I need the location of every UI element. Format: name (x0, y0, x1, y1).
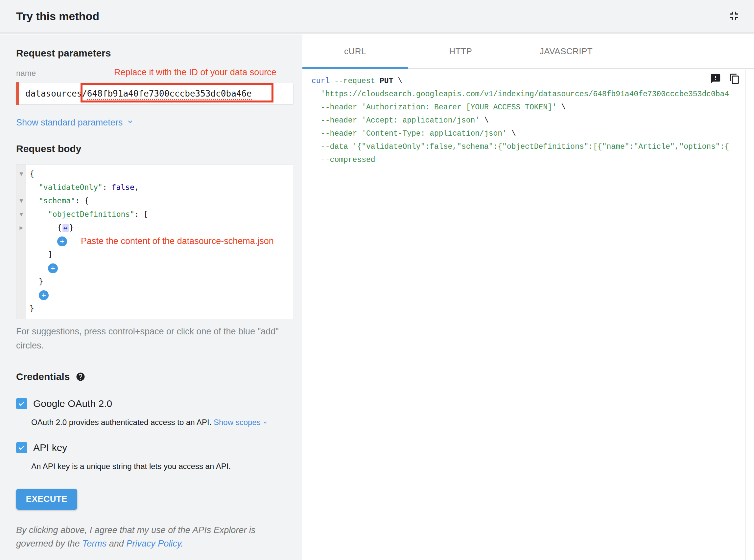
code-token: \ (507, 129, 516, 138)
editor-token: { (30, 167, 34, 181)
api-key-checkbox[interactable] (16, 442, 27, 453)
editor-line: ▼"objectDefinitions": [ (16, 207, 293, 221)
editor-token: } (39, 275, 43, 288)
credentials-heading: Credentials (16, 371, 70, 382)
feedback-button[interactable] (710, 73, 721, 85)
try-this-method-panel: Try this method Request parameters name … (0, 0, 754, 560)
disclaimer-text: . (181, 539, 183, 548)
oauth-label: Google OAuth 2.0 (33, 398, 112, 409)
privacy-policy-link[interactable]: Privacy Policy (126, 539, 181, 548)
feedback-icon (710, 73, 721, 85)
show-scopes-link[interactable]: Show scopes (214, 418, 269, 427)
name-annotation: Replace it with the ID of your data sour… (114, 67, 276, 78)
code-token: curl (312, 77, 334, 85)
fullscreen-exit-icon (727, 9, 741, 24)
editor-line: ] (16, 248, 293, 261)
code-token: \ (480, 116, 489, 125)
editor-line: + (16, 261, 293, 275)
gutter-cell (16, 248, 26, 261)
show-standard-parameters-label: Show standard parameters (16, 118, 122, 128)
add-field-button[interactable]: + (48, 263, 58, 273)
editor-line-content: "schema": { (26, 194, 89, 207)
request-parameters-heading: Request parameters (16, 47, 293, 59)
oauth-description: OAuth 2.0 provides authenticated access … (31, 418, 293, 428)
oauth-credential-row: Google OAuth 2.0 (16, 398, 293, 409)
gutter-cell (16, 288, 26, 302)
editor-token: "schema" (39, 194, 75, 207)
oauth-description-text: OAuth 2.0 provides authenticated access … (31, 418, 211, 427)
editor-line: } (16, 302, 293, 315)
curl-code-block: curl --request PUT \'https://cloudsearch… (312, 75, 746, 560)
editor-token: : (102, 181, 112, 194)
editor-token: "validateOnly" (39, 181, 102, 194)
credentials-heading-row: Credentials (16, 371, 293, 382)
code-token: --header 'Authorization: Bearer [YOUR_AC… (321, 103, 557, 112)
editor-line-content: } (26, 302, 34, 315)
request-body-editor[interactable]: ▼{"validateOnly": false,▼"schema": {▼"ob… (16, 164, 293, 319)
editor-line: +Paste the content of the datasource-sch… (16, 235, 293, 248)
scrollbar-track[interactable] (746, 70, 746, 560)
tab-javascript[interactable]: JAVASCRIPT (514, 35, 619, 68)
show-standard-parameters-link[interactable]: Show standard parameters (16, 117, 134, 128)
editor-line-content: { (26, 167, 34, 181)
terms-link[interactable]: Terms (82, 539, 107, 548)
datasource-id-wrap: 648fb91a40fe7300cccbe353dc0ba46e (87, 89, 252, 99)
code-token: --compressed (321, 156, 375, 164)
editor-token: } (69, 221, 74, 235)
collapse-panel-button[interactable] (727, 9, 741, 24)
suggestions-hint: For suggestions, press control+space or … (16, 324, 282, 353)
editor-line-content: "validateOnly": false, (26, 181, 139, 194)
editor-token: , (134, 181, 139, 194)
code-token: --header 'Content-Type: application/json… (321, 129, 507, 138)
editor-line-content: {↔} (26, 221, 74, 235)
editor-line-content: ] (26, 248, 53, 261)
editor-token: : { (75, 194, 89, 207)
api-key-credential-row: API key (16, 442, 293, 453)
code-token: \ (393, 77, 402, 85)
help-icon[interactable] (76, 372, 85, 382)
code-sample-panel: cURLHTTPJAVASCRIPT curl --request PUT \'… (303, 35, 754, 560)
editor-line-content: "objectDefinitions": [ (26, 207, 148, 221)
code-line: --header 'Authorization: Bearer [YOUR_AC… (312, 101, 746, 114)
execute-button[interactable]: EXECUTE (16, 489, 77, 510)
code-token: 'https://cloudsearch.googleapis.com/v1/i… (321, 90, 729, 99)
collapse-triangle-icon[interactable]: ▼ (16, 167, 26, 181)
name-input[interactable]: datasources/648fb91a40fe7300cccbe353dc0b… (16, 83, 293, 104)
editor-token: "objectDefinitions" (48, 207, 134, 221)
editor-line: "validateOnly": false, (16, 181, 293, 194)
gutter-cell (16, 302, 26, 315)
editor-annotation: Paste the content of the datasource-sche… (81, 235, 274, 248)
code-line: curl --request PUT \ (312, 75, 746, 88)
collapse-triangle-icon[interactable]: ▼ (16, 194, 26, 207)
api-key-description: An API key is a unique string that lets … (31, 462, 293, 471)
editor-token: { (57, 221, 62, 235)
chevron-down-icon (262, 418, 269, 427)
page-title: Try this method (16, 10, 99, 23)
editor-line-content: + (26, 288, 49, 302)
name-field-row: name Replace it with the ID of your data… (16, 67, 293, 79)
copy-code-button[interactable] (729, 73, 740, 85)
code-token: --header 'Accept: application/json' (321, 116, 480, 125)
gutter-cell (16, 261, 26, 275)
gutter-cell (16, 181, 26, 194)
code-actions (710, 73, 740, 85)
editor-line: ▼"schema": { (16, 194, 293, 207)
oauth-checkbox[interactable] (16, 398, 27, 409)
collapse-triangle-icon[interactable]: ▼ (16, 207, 26, 221)
name-input-prefix: datasources/ (25, 89, 87, 99)
editor-line: } (16, 275, 293, 288)
editor-token: : [ (134, 207, 148, 221)
gutter-cell (16, 235, 26, 248)
tab-http[interactable]: HTTP (408, 35, 514, 68)
editor-line: + (16, 288, 293, 302)
curl-code-area: curl --request PUT \'https://cloudsearch… (303, 70, 754, 560)
editor-token: false (112, 181, 134, 194)
tab-curl[interactable]: cURL (303, 35, 408, 68)
collapsed-content-icon[interactable]: ↔ (62, 224, 69, 232)
name-field-label: name (16, 69, 36, 78)
code-line: 'https://cloudsearch.googleapis.com/v1/i… (312, 88, 746, 101)
add-field-button[interactable]: + (39, 291, 49, 300)
code-line: --compressed (312, 153, 746, 166)
expand-triangle-icon[interactable]: ▶ (16, 221, 26, 235)
add-field-button[interactable]: + (57, 237, 67, 246)
